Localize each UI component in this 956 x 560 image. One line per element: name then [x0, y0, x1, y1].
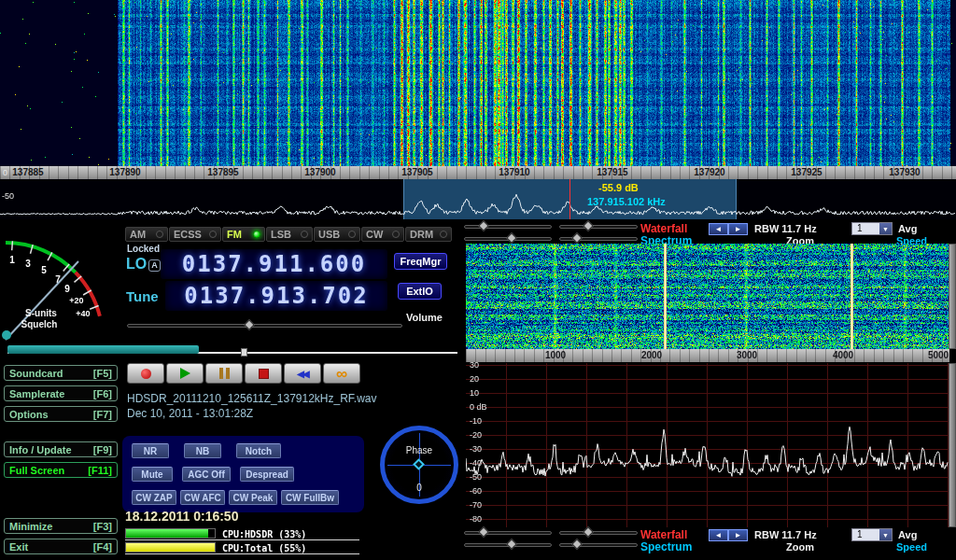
cw-fullbw-button[interactable]: CW FullBw — [281, 490, 339, 505]
volume-slider-track[interactable] — [127, 324, 402, 328]
despread-button[interactable]: Despread — [240, 467, 294, 482]
avg-select-upper[interactable]: 1 ▼ — [851, 222, 893, 235]
zoom-slider-upper[interactable] — [559, 237, 638, 241]
slider-thumb[interactable] — [478, 526, 488, 537]
rf-spectrum[interactable] — [0, 179, 956, 219]
db-axis-minus50: -50 — [2, 191, 14, 201]
mode-drm[interactable]: DRM — [405, 227, 452, 242]
shift-right-icon[interactable]: ► — [728, 529, 748, 541]
smeter-pivot — [2, 330, 11, 340]
audio-tick-label: 5000 — [920, 350, 956, 360]
options-button[interactable]: Options[F7] — [4, 406, 118, 422]
slider-thumb[interactable] — [583, 526, 593, 537]
mute-button[interactable]: Mute — [132, 467, 173, 482]
lo-frequency-display[interactable]: 0137.911.600 — [161, 249, 387, 279]
divider — [125, 539, 359, 540]
slider-thumb[interactable] — [478, 220, 488, 231]
shift-control-lower[interactable]: ◄ ► — [709, 529, 748, 541]
loop-icon: ∞ — [336, 366, 347, 382]
nr-button[interactable]: NR — [132, 443, 169, 458]
extio-button[interactable]: ExtIO — [398, 283, 442, 300]
db-scale-label: -60 — [470, 486, 482, 496]
tune-label: Tune — [126, 288, 159, 304]
samplerate-button[interactable]: Samplerate[F6] — [4, 385, 118, 401]
volume-slider-thumb[interactable] — [244, 319, 254, 329]
mode-lsb[interactable]: LSB — [266, 227, 313, 242]
audio-waterfall[interactable] — [466, 244, 949, 349]
hotkey-label: [F11] — [88, 465, 112, 476]
slider-thumb[interactable] — [506, 539, 516, 549]
waterfall-scrollbar[interactable] — [949, 244, 956, 349]
hdsdr-window: 137885 137890 137895 137900 137905 13791… — [0, 0, 956, 560]
cursor-frequency-readout: 137.915.102 kHz — [587, 196, 666, 207]
mode-usb[interactable]: USB — [314, 227, 360, 242]
mode-led — [392, 231, 400, 238]
audio-frequency-scale[interactable]: 1000 2000 3000 4000 5000 — [466, 349, 949, 362]
db-scale-label: 10 — [470, 388, 479, 398]
cw-zap-button[interactable]: CW ZAP — [132, 490, 176, 505]
fullscreen-button[interactable]: Full Screen[F11] — [4, 462, 118, 478]
slider-thumb[interactable] — [506, 232, 516, 243]
mode-led — [209, 231, 217, 238]
waterfall-brightness-slider-lower[interactable] — [464, 531, 552, 535]
shift-left-icon[interactable]: ◄ — [709, 223, 728, 235]
play-button[interactable] — [166, 363, 204, 384]
minimize-button[interactable]: Minimize[F3] — [4, 518, 118, 534]
mode-am[interactable]: AM — [125, 227, 168, 242]
hotkey-label: [F7] — [93, 409, 112, 420]
signal-level-readout: -55.9 dB — [598, 182, 639, 193]
rf-frequency-scale[interactable]: 137885 137890 137895 137900 137905 13791… — [0, 166, 956, 179]
avg-select-lower[interactable]: 1 ▼ — [851, 528, 893, 541]
shift-control-upper[interactable]: ◄ ► — [709, 223, 748, 235]
zoom-slider-lower[interactable] — [559, 543, 638, 547]
shift-left-icon[interactable]: ◄ — [709, 529, 728, 541]
avg-label-lower: Avg — [898, 529, 917, 540]
slider-thumb[interactable] — [583, 220, 593, 231]
squelch-level-bar[interactable] — [7, 345, 199, 354]
button-label: Exit — [9, 541, 28, 553]
cw-peak-button[interactable]: CW Peak — [229, 490, 277, 505]
nb-button[interactable]: NB — [184, 443, 221, 458]
mode-label: FM — [227, 229, 242, 240]
tune-frequency-display[interactable]: 0137.913.702 — [165, 281, 387, 311]
slider-thumb[interactable] — [571, 539, 582, 549]
lock-badge[interactable]: A — [148, 259, 161, 272]
db-scale-label: 0 dB — [470, 402, 487, 412]
mode-fm[interactable]: FM — [222, 227, 265, 242]
soundcard-button[interactable]: Soundcard[F5] — [4, 365, 118, 381]
squelch-label: Squelch — [21, 319, 58, 329]
rewind-button[interactable]: ◀◀ — [284, 363, 321, 384]
dropdown-arrow-icon[interactable]: ▼ — [879, 223, 892, 234]
loop-button[interactable]: ∞ — [323, 363, 360, 384]
info-update-button[interactable]: Info / Update[F9] — [4, 441, 118, 457]
exit-button[interactable]: Exit[F4] — [4, 539, 118, 554]
cw-afc-button[interactable]: CW AFC — [180, 490, 225, 505]
record-button[interactable] — [127, 363, 164, 384]
slider-thumb[interactable] — [571, 232, 582, 243]
freqmgr-button[interactable]: FreqMgr — [394, 253, 447, 270]
agc-button[interactable]: AGC Off — [182, 467, 231, 482]
pause-button[interactable] — [205, 363, 243, 384]
spectrum-gain-slider-upper[interactable] — [464, 237, 552, 241]
dropdown-arrow-icon[interactable]: ▼ — [879, 529, 892, 540]
notch-button[interactable]: Notch — [236, 443, 281, 458]
waterfall-contrast-slider-lower[interactable] — [559, 531, 638, 535]
stop-icon — [259, 369, 269, 379]
waterfall-brightness-slider-upper[interactable] — [464, 225, 552, 229]
stop-button[interactable] — [245, 363, 282, 384]
cpu-hdsdr-label: CPU:HDSDR (33%) — [222, 529, 306, 539]
spectrum-label-lower: Spectrum — [640, 540, 692, 553]
mode-ecss[interactable]: ECSS — [169, 227, 221, 242]
shift-right-icon[interactable]: ► — [728, 223, 748, 235]
tune-frequency-digits: 0137.913.702 — [184, 283, 368, 309]
phase-dial[interactable]: Phase 0 — [378, 424, 464, 510]
main-slider-thumb[interactable] — [241, 348, 247, 357]
volume-label: Volume — [406, 312, 443, 323]
mode-cw[interactable]: CW — [361, 227, 404, 242]
spectrum-gain-slider-lower[interactable] — [464, 543, 552, 547]
audio-tick-label: 2000 — [633, 350, 670, 360]
audio-spectrum[interactable] — [466, 363, 949, 527]
spectrum-scrollbar[interactable] — [949, 363, 956, 527]
rf-waterfall[interactable] — [0, 0, 956, 166]
waterfall-contrast-slider-upper[interactable] — [559, 225, 638, 229]
